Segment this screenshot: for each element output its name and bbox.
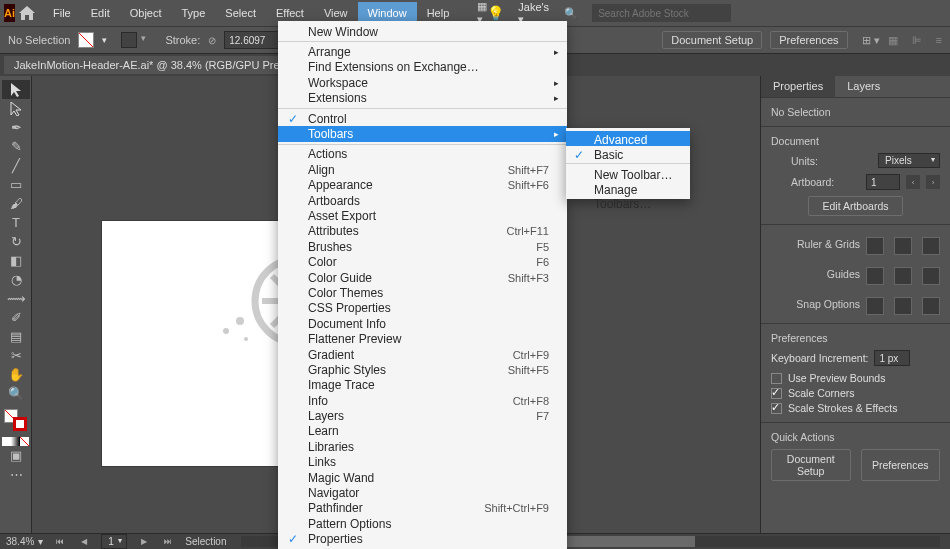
edit-artboards-button[interactable]: Edit Artboards: [808, 196, 904, 216]
menu-edit[interactable]: Edit: [81, 2, 120, 24]
menu-item-brushes[interactable]: BrushesF5: [278, 239, 567, 254]
menu-type[interactable]: Type: [172, 2, 216, 24]
guides-show-icon[interactable]: [866, 267, 884, 285]
pen-tool[interactable]: ✒: [2, 118, 30, 137]
menu-file[interactable]: File: [43, 2, 81, 24]
menu-item-color-themes[interactable]: Color Themes: [278, 285, 567, 300]
menu-item-properties[interactable]: Properties: [278, 532, 567, 547]
menu-item-pathfinder[interactable]: PathfinderShift+Ctrl+F9: [278, 501, 567, 516]
curvature-tool[interactable]: ✎: [2, 137, 30, 156]
menu-select[interactable]: Select: [215, 2, 266, 24]
snap-point-icon[interactable]: [894, 297, 912, 315]
preferences-button[interactable]: Preferences: [770, 31, 847, 49]
artboard-input[interactable]: [866, 174, 900, 190]
zoom-dropdown[interactable]: 38.4% ▾: [6, 536, 43, 547]
menu-item-libraries[interactable]: Libraries: [278, 439, 567, 454]
menu-item-graphic-styles[interactable]: Graphic StylesShift+F5: [278, 362, 567, 377]
tab-layers[interactable]: Layers: [835, 76, 892, 97]
stroke-swatch[interactable]: [121, 32, 137, 48]
more-icon[interactable]: ≡: [936, 34, 942, 47]
smart-guides-icon[interactable]: [922, 267, 940, 285]
selection-tool[interactable]: [2, 80, 30, 99]
cb-scale-corners[interactable]: [771, 388, 782, 399]
snap-grid-icon[interactable]: [922, 297, 940, 315]
discover-icon[interactable]: 💡: [487, 5, 504, 21]
menu-item-new-window[interactable]: New Window: [278, 24, 567, 39]
home-icon[interactable]: [19, 2, 35, 24]
kb-inc-input[interactable]: [874, 350, 910, 366]
artboard-nav-dd[interactable]: 1: [101, 534, 127, 549]
cb-scale-strokes[interactable]: [771, 403, 782, 414]
submenu-new-toolbar-[interactable]: New Toolbar…: [566, 166, 690, 181]
stroke-link-icon[interactable]: ⊘: [208, 35, 216, 46]
menu-item-info[interactable]: InfoCtrl+F8: [278, 393, 567, 408]
nav-prev[interactable]: ◀: [77, 535, 91, 549]
edit-toolbar[interactable]: ⋯: [2, 465, 30, 484]
menu-item-color-guide[interactable]: Color GuideShift+F3: [278, 270, 567, 285]
grid-icon[interactable]: ▦: [888, 34, 898, 47]
menu-item-find-extensions-on-exchange-[interactable]: Find Extensions on Exchange…: [278, 60, 567, 75]
snap-pixel-icon[interactable]: [866, 297, 884, 315]
type-tool[interactable]: T: [2, 213, 30, 232]
submenu-basic[interactable]: Basic: [566, 146, 690, 161]
menu-item-magic-wand[interactable]: Magic Wand: [278, 470, 567, 485]
zoom-tool[interactable]: 🔍: [2, 384, 30, 403]
menu-item-workspace[interactable]: Workspace▸: [278, 75, 567, 90]
menu-item-align[interactable]: AlignShift+F7: [278, 162, 567, 177]
transparency-grid-icon[interactable]: [922, 237, 940, 255]
menu-item-actions[interactable]: Actions: [278, 147, 567, 162]
menu-item-flattener-preview[interactable]: Flattener Preview: [278, 331, 567, 346]
fill-swatch[interactable]: [78, 32, 94, 48]
scissors-tool[interactable]: ✂: [2, 346, 30, 365]
cb-preview-bounds[interactable]: [771, 373, 782, 384]
stroke-weight-input[interactable]: [224, 31, 280, 49]
document-tab[interactable]: JakeInMotion-Header-AE.ai* @ 38.4% (RGB/…: [4, 56, 319, 74]
line-tool[interactable]: ╱: [2, 156, 30, 175]
eraser-tool[interactable]: ◧: [2, 251, 30, 270]
menu-item-css-properties[interactable]: CSS Properties: [278, 301, 567, 316]
tab-properties[interactable]: Properties: [761, 76, 835, 97]
rectangle-tool[interactable]: ▭: [2, 175, 30, 194]
width-tool[interactable]: ⟿: [2, 289, 30, 308]
menu-item-asset-export[interactable]: Asset Export: [278, 208, 567, 223]
menu-item-appearance[interactable]: AppearanceShift+F6: [278, 178, 567, 193]
nav-last[interactable]: ⏭: [161, 535, 175, 549]
nav-next[interactable]: ▶: [137, 535, 151, 549]
ruler-icon[interactable]: [866, 237, 884, 255]
menu-item-image-trace[interactable]: Image Trace: [278, 378, 567, 393]
search-icon[interactable]: 🔍: [564, 7, 578, 20]
direct-selection-tool[interactable]: [2, 99, 30, 118]
search-input[interactable]: [592, 4, 731, 22]
artboard-prev[interactable]: ‹: [906, 175, 920, 189]
guides-lock-icon[interactable]: [894, 267, 912, 285]
menu-item-document-info[interactable]: Document Info: [278, 316, 567, 331]
rotate-tool[interactable]: ↻: [2, 232, 30, 251]
eyedropper-tool[interactable]: ✐: [2, 308, 30, 327]
menu-item-pattern-options[interactable]: Pattern Options: [278, 516, 567, 531]
menu-item-learn[interactable]: Learn: [278, 424, 567, 439]
paintbrush-tool[interactable]: 🖌: [2, 194, 30, 213]
nav-first[interactable]: ⏮: [53, 535, 67, 549]
menu-item-control[interactable]: Control: [278, 111, 567, 126]
menu-item-navigator[interactable]: Navigator: [278, 485, 567, 500]
doc-setup-button[interactable]: Document Setup: [662, 31, 762, 49]
units-dropdown[interactable]: Pixels: [878, 153, 940, 168]
menu-item-extensions[interactable]: Extensions▸: [278, 91, 567, 106]
artboard-next[interactable]: ›: [926, 175, 940, 189]
color-mode-controls[interactable]: [2, 437, 29, 446]
submenu-manage-toolbars-[interactable]: Manage Toolbars…: [566, 181, 690, 196]
menu-item-toolbars[interactable]: Toolbars▸: [278, 126, 567, 141]
snap-icon[interactable]: ⊫: [912, 34, 922, 47]
hand-tool[interactable]: ✋: [2, 365, 30, 384]
menu-item-links[interactable]: Links: [278, 455, 567, 470]
menu-item-artboards[interactable]: Artboards: [278, 193, 567, 208]
align-icon[interactable]: ⊞ ▾: [862, 34, 880, 47]
gradient-tool[interactable]: ▤: [2, 327, 30, 346]
shape-builder-tool[interactable]: ◔: [2, 270, 30, 289]
menu-item-arrange[interactable]: Arrange▸: [278, 44, 567, 59]
menu-item-layers[interactable]: LayersF7: [278, 408, 567, 423]
fill-stroke-control[interactable]: [4, 409, 27, 431]
submenu-advanced[interactable]: Advanced: [566, 131, 690, 146]
menu-item-gradient[interactable]: GradientCtrl+F9: [278, 347, 567, 362]
screen-mode-tool[interactable]: ▣: [2, 446, 30, 465]
